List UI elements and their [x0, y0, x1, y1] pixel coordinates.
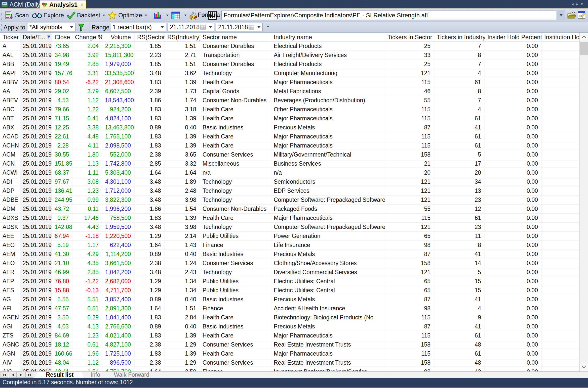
report-table-button[interactable]: [170, 10, 183, 21]
column-header-volume[interactable]: Volume: [102, 33, 135, 41]
table-row[interactable]: AAPL25.01.2019157.763.3133,535,5003.483.…: [0, 69, 579, 78]
last-page-button[interactable]: [25, 372, 33, 378]
table-row[interactable]: ADI25.01.201997.673.084,301,1003.481.89T…: [0, 177, 579, 186]
edit-formula-button[interactable]: [577, 10, 587, 20]
explore-button[interactable]: Explore: [30, 10, 65, 21]
backtest-dropdown-icon[interactable]: [103, 15, 105, 16]
bottom-tab-info[interactable]: Info: [83, 372, 108, 378]
formula-path-field[interactable]: Formulas\PatternExplorer\Composite Indic…: [221, 11, 557, 20]
column-header-sector[interactable]: Sector name: [200, 33, 271, 41]
table-row[interactable]: AIG25.01.201943.411.514,751,7001.643.50F…: [0, 367, 579, 371]
table-row[interactable]: AEM25.01.201941.304.291,114,2000.890.40B…: [0, 250, 579, 259]
scroll-down-button[interactable]: [580, 363, 588, 371]
filter-button[interactable]: [76, 23, 86, 32]
cell-rs_sector: 1.83: [135, 141, 165, 150]
column-header-insider[interactable]: Insider Hold Percent: [485, 33, 542, 41]
column-header-industry[interactable]: Industry name: [271, 33, 385, 41]
open-formula-button[interactable]: [567, 10, 577, 20]
table-row[interactable]: AFL25.01.201947.570.512,891,3001.641.51F…: [0, 304, 579, 313]
cell-change: 17.46: [72, 214, 102, 223]
table-row[interactable]: ACWI25.01.201968.371.115,303,4001.641.64…: [0, 168, 579, 177]
table-row[interactable]: AAL25.01.201934.983.9215,811,3002.232.71…: [0, 51, 579, 60]
table-row[interactable]: AER25.01.201946.992.851,042,2003.482.43T…: [0, 268, 579, 277]
table-row[interactable]: ZTS25.01.201984.691.234,021,4001.831.39H…: [0, 331, 579, 340]
table-dropdown-icon[interactable]: [184, 15, 187, 16]
optimize-button[interactable]: Optimize: [106, 10, 144, 21]
table-row[interactable]: AA25.01.201929.023.796,607,5002.391.73Ca…: [0, 87, 579, 96]
table-row[interactable]: ADP25.01.2019136.411.231,712,0003.482.48…: [0, 186, 579, 196]
tab-acm-daily[interactable]: ACM (Daily): [2, 1, 42, 8]
cell-volume: 6,607,500: [102, 87, 135, 96]
table-row[interactable]: AEG25.01.20195.191.17622,4001.641.43Fina…: [0, 241, 579, 250]
range-select[interactable]: 1 recent bar(s): [110, 23, 166, 31]
close-icon[interactable]: ×: [81, 2, 84, 8]
table-row[interactable]: ADM25.01.201943.720.111,996,2001.861.54C…: [0, 205, 579, 214]
backtest-button[interactable]: Backtest: [65, 10, 102, 21]
chart-dropdown-icon[interactable]: [166, 15, 169, 16]
column-header-ticker[interactable]: Ticker: [0, 33, 20, 41]
formula-dropdown-button[interactable]: [557, 11, 565, 20]
prev-page-button[interactable]: [9, 372, 17, 378]
cell-volume: 2,891,300: [102, 304, 135, 313]
next-page-button[interactable]: [17, 372, 25, 378]
table-row[interactable]: AIV25.01.201948.041.12896,5002.381.29Con…: [0, 358, 579, 367]
table-row[interactable]: AGNC25.01.201918.120.614,827,1002.381.29…: [0, 340, 579, 349]
vertical-scrollbar[interactable]: [579, 33, 588, 371]
table-row[interactable]: ABT25.01.201971.150.414,824,1001.831.39H…: [0, 114, 579, 123]
table-row[interactable]: ACHN25.01.20192.284.112,098,5001.831.39H…: [0, 141, 579, 150]
cell-industry: Accident &Health Insurance: [271, 304, 385, 313]
toolbar-grip[interactable]: [1, 11, 2, 20]
table-row[interactable]: ABB25.01.201919.492.851,979,0001.851.51C…: [0, 60, 579, 69]
filterbar-overflow-icon[interactable]: [267, 25, 269, 27]
column-header-rs_sector[interactable]: RS(Sector): [135, 33, 165, 41]
column-header-t_industry[interactable]: Tickers in Industry: [434, 33, 485, 41]
cell-sector: Health Care: [200, 105, 271, 114]
column-header-change[interactable]: Change %: [72, 33, 102, 41]
date-from-field[interactable]: 21.11.2018: [168, 23, 214, 31]
table-row[interactable]: ACM25.01.201930.551.80552,0002.383.65Con…: [0, 150, 579, 159]
table-row[interactable]: AEE25.01.201967.94-1.181,220,5001.292.14…: [0, 232, 579, 241]
report-chart-button[interactable]: [151, 10, 165, 21]
table-row[interactable]: ACN25.01.2019151.851.131,742,8002.853.32…: [0, 159, 579, 168]
table-row[interactable]: AGEN25.01.20193.500.291,041,4001.832.84H…: [0, 313, 579, 322]
column-header-institution[interactable]: Institution Ho: [542, 33, 579, 41]
table-row[interactable]: ADSK25.01.2019142.084.431,959,5003.483.9…: [0, 223, 579, 232]
symbols-select[interactable]: *All symbols: [27, 23, 75, 31]
tab-scroll-controls[interactable]: ◂▸▾: [571, 2, 585, 7]
optimize-dropdown-icon[interactable]: [145, 15, 147, 16]
cell-institution: [542, 168, 579, 177]
table-row[interactable]: AGI25.01.20194.034.132,766,6000.890.40Ba…: [0, 322, 579, 331]
table-row[interactable]: ACAD25.01.201922.614.481,765,1001.831.39…: [0, 132, 579, 141]
table-row[interactable]: ABEV25.01.20194.531.1218,543,4001.861.74…: [0, 96, 579, 105]
column-header-t_sector[interactable]: Tickers in Sector: [385, 33, 434, 41]
first-page-button[interactable]: [1, 372, 8, 378]
column-header-close[interactable]: Close: [52, 33, 72, 41]
table-row[interactable]: ABX25.01.201912.253.3813,463,8000.890.40…: [0, 123, 579, 132]
column-header-date[interactable]: Date/T...: [20, 33, 52, 41]
table-row[interactable]: AEP25.01.201976.80-1.222,682,0001.291.34…: [0, 277, 579, 286]
vertical-scrollbar-thumb[interactable]: [580, 42, 588, 55]
cell-close: 34.98: [52, 51, 72, 60]
date-to-field[interactable]: 21.11.2018: [216, 23, 263, 31]
cell-volume: 3,822,300: [102, 196, 135, 205]
table-row[interactable]: AEO25.01.201921.104.353,661,5002.381.24C…: [0, 259, 579, 268]
bottom-tab-walk-forward[interactable]: Walk Forward: [106, 372, 157, 378]
formula-toolbar-grip[interactable]: [195, 11, 196, 20]
bottom-tab-result-list[interactable]: Result list: [35, 372, 84, 378]
tab-analysis1[interactable]: Analysis1 ×: [40, 0, 86, 9]
filterbar-grip[interactable]: [1, 23, 2, 31]
column-header-rs_industry[interactable]: RS(Industry): [165, 33, 200, 41]
scan-button[interactable]: Scan: [3, 10, 30, 21]
cell-ticker: AAL: [0, 51, 20, 60]
cell-institution: [542, 132, 579, 141]
table-row[interactable]: A25.01.201973.652.042,215,3001.851.51Con…: [0, 42, 579, 51]
table-row[interactable]: ABC25.01.201979.661.22924,2001.833.18Hea…: [0, 105, 579, 114]
table-row[interactable]: AES25.01.201915.88-0.134,711,7001.291.34…: [0, 286, 579, 295]
table-row[interactable]: AG25.01.20195.555.513,857,4000.890.40Bas…: [0, 295, 579, 304]
table-row[interactable]: ABBV25.01.201980.54-6.2221,308,6001.831.…: [0, 78, 579, 87]
cell-institution: [542, 277, 579, 286]
table-row[interactable]: ADBE25.01.2019244.950.993,822,3003.483.9…: [0, 196, 579, 205]
table-row[interactable]: AGN25.01.2019160.661.961,725,1001.831.39…: [0, 349, 579, 358]
scroll-up-button[interactable]: [580, 33, 588, 41]
table-row[interactable]: ADXS25.01.20190.3717.46758,5001.831.39He…: [0, 214, 579, 223]
